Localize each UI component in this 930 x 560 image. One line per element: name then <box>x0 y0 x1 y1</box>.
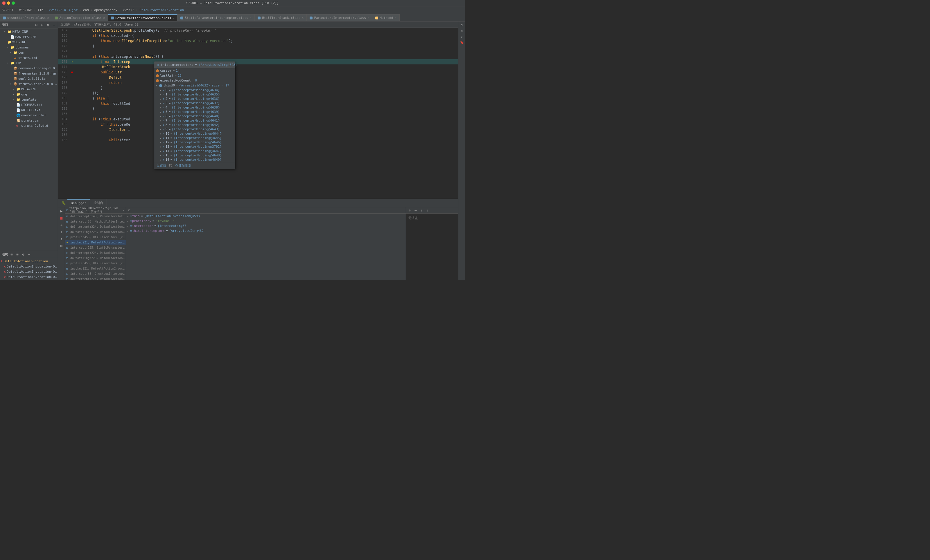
tab-close[interactable]: × <box>302 16 303 20</box>
popup-item-expectedmodcount[interactable]: expectedModCount = 0 <box>154 78 235 83</box>
popup-subitem-3[interactable]: ▸ ≡ 3 = {InterceptorMapping@4637} <box>154 101 235 105</box>
breadcrumb-lib[interactable]: lib <box>37 8 43 12</box>
tab-close[interactable]: × <box>367 16 369 20</box>
tree-item[interactable]: ▾ 📁 META-INF <box>0 29 58 34</box>
tree-item[interactable]: 📦 ognl-2.6.11.jar <box>0 76 58 81</box>
tree-item[interactable]: 📄 MANIFEST.MF <box>0 34 58 40</box>
popup-item-cursor[interactable]: cursor = 14 <box>154 68 235 73</box>
tab-utsactionproxy[interactable]: utsActionProxy.class × <box>0 14 52 21</box>
popup-subitem-5[interactable]: ▸ ≡ 5 = {InterceptorMapping@4639} <box>154 110 235 114</box>
popup-item-lastret[interactable]: lastRet = 13 <box>154 73 235 78</box>
popup-subitem-8[interactable]: ▸ ≡ 8 = {InterceptorMapping@4642} <box>154 123 235 127</box>
tree-item[interactable]: 📦 commons-logging-1.0.4.jar <box>0 66 58 71</box>
stack-item-2[interactable]: ⊞ doIntercept:224, DefaultActionInvocati… <box>65 224 126 229</box>
maximize-button[interactable] <box>12 2 15 5</box>
sort-icon[interactable]: ⊟ <box>9 252 14 257</box>
debug-icon[interactable]: 🐛 <box>60 201 68 205</box>
breadcrumb-class[interactable]: DefaultActionInvocation <box>140 8 184 12</box>
right-btn-1[interactable]: ⊟ <box>459 23 464 27</box>
close-button[interactable] <box>2 2 6 5</box>
remove-eval-button[interactable]: − <box>413 208 418 213</box>
var-item-this[interactable]: ▸ ∞ this = {DefaultActionInvocation@4593 <box>126 213 406 218</box>
tree-item[interactable]: ▾ 📁 lib <box>0 60 58 66</box>
var-item-interceptor[interactable]: ▸ ∞ interceptor = {interceptor@37 <box>126 223 406 229</box>
struct-item[interactable]: c DefaultActionInvocation(ObjectFactory,… <box>0 264 58 269</box>
stack-item-1[interactable]: ⊞ intercept:86, MethodFilterInterceptor2 <box>65 219 126 224</box>
stack-item-12[interactable]: ⊞ doIntercept:224, DefaultActionInvocati… <box>65 276 126 280</box>
popup-subitem-13[interactable]: ▸ ≡ 13 = {InterceptorMapping@3792} <box>154 144 235 149</box>
struct-close-icon[interactable]: − <box>27 252 31 257</box>
tree-item[interactable]: 📦 freemarker-2.3.8.jar <box>0 71 58 76</box>
tree-item[interactable]: ▸ 📁 template <box>0 97 58 102</box>
tree-item[interactable]: ▸ 📁 META-INF <box>0 86 58 92</box>
minimize-button[interactable] <box>7 2 10 5</box>
breadcrumb-opensymphony[interactable]: opensymphony <box>94 8 117 12</box>
right-btn-4[interactable]: 🔖 <box>459 40 464 44</box>
create-renderer-button[interactable]: 创建呈现器 <box>176 163 191 168</box>
group-icon[interactable]: ⊞ <box>15 252 20 257</box>
popup-subitem-14[interactable]: ▸ ≡ 14 = {InterceptorMapping@4647} <box>154 149 235 153</box>
stack-item-10[interactable]: ⊞ invoke:221, DefaultActionInvocation (c… <box>65 266 126 271</box>
filter-icon[interactable]: ▾ <box>123 209 125 212</box>
tab-parametersinterceptor[interactable]: ParametersInterceptor.class × <box>307 14 373 21</box>
right-btn-3[interactable]: ⚙ <box>459 34 464 39</box>
tab-staticparameters[interactable]: StaticParametersInterceptor.class × <box>177 14 255 21</box>
tab-defaultactioninvocation[interactable]: DefaultActionInvocation.class × <box>108 14 177 21</box>
tab-close[interactable]: × <box>395 16 396 20</box>
popup-subitem-7[interactable]: ▸ ≡ 7 = {InterceptorMapping@4641} <box>154 118 235 123</box>
popup-subitem-12[interactable]: ▸ ≡ 12 = {InterceptorMapping@4646} <box>154 140 235 144</box>
stack-item-9[interactable]: ⊞ profile:455, UtilTimerStack (com.opens… <box>65 261 126 266</box>
stack-item-5[interactable]: → invoke:221, DefaultActionInvocation (c… <box>65 240 126 245</box>
breadcrumb-webinf[interactable]: WEB-INF <box>18 8 32 12</box>
step-into-button[interactable]: ↓ <box>59 229 64 235</box>
stack-item-0[interactable]: ⊞ doIntercept:143, ParametersInterceptor… <box>65 213 126 219</box>
set-value-button[interactable]: 设置值 <box>157 163 166 168</box>
struct-item[interactable]: C DefaultActionInvocation <box>0 259 58 264</box>
stop-button[interactable]: ■ <box>59 215 64 221</box>
popup-item-this0[interactable]: ▾ this$0 = {ArrayList@4632} size = 17 <box>154 83 235 88</box>
resume-button[interactable]: ▶ <box>59 208 64 213</box>
tab-actioninvocation[interactable]: ActionInvocation.class × <box>52 14 108 21</box>
breadcrumb-jar[interactable]: xwork-2.0.3.jar <box>49 8 77 12</box>
stack-item-6[interactable]: ⊞ intercept:105, StaticParametersInterce… <box>65 245 126 250</box>
collapse-all-button[interactable]: ⊟ <box>34 23 38 27</box>
step-out-button[interactable]: ↑ <box>59 236 64 241</box>
tree-item[interactable]: 📄 NOTICE.txt <box>0 107 58 113</box>
breadcrumb-xwork2[interactable]: xwork2 <box>123 8 134 12</box>
stack-item-4[interactable]: ⊞ profile:455, UtilTimerStack (com.opens… <box>65 235 126 240</box>
tab-debugger[interactable]: Debugger <box>68 199 90 207</box>
evaluate-button[interactable]: ⊞ <box>59 243 64 249</box>
var-item-profilekey[interactable]: ▸ ∞ profileKey = "invoke: " <box>126 218 406 223</box>
tree-item[interactable]: ▾ 📁 WEB-INF <box>0 40 58 44</box>
settings-icon[interactable]: ⚙ <box>46 23 50 27</box>
stack-item-7[interactable]: ⊞ doIntercept:224, DefaultActionInvocati… <box>65 250 126 255</box>
popup-subitem-6[interactable]: ▸ ≡ 6 = {InterceptorMapping@4640} <box>154 114 235 118</box>
popup-subitem-1[interactable]: ▸ ≡ 1 = {InterceptorMapping@4635} <box>154 92 235 97</box>
stack-item-8[interactable]: ⊞ doProfiling:223, DefaultActionInvocati… <box>65 255 126 261</box>
popup-subitem-9[interactable]: ▸ ≡ 9 = {InterceptorMapping@4643} <box>154 127 235 132</box>
popup-subitem-10[interactable]: ▸ ≡ 10 = {InterceptorMapping@4644} <box>154 132 235 136</box>
code-view[interactable]: 167 UtilTimerStack.push(profileKey); // … <box>58 28 458 199</box>
struct-item[interactable]: c DefaultActionInvocation(ObjectFactory,… <box>0 269 58 274</box>
popup-subitem-0[interactable]: ▸ ≡ 0 = {InterceptorMapping@4634} <box>154 88 235 92</box>
popup-subitem-2[interactable]: ▸ ≡ 2 = {InterceptorMapping@4636} <box>154 97 235 101</box>
add-eval-button[interactable]: + <box>407 208 413 213</box>
close-panel-icon[interactable]: − <box>51 23 56 27</box>
tab-close[interactable]: × <box>47 16 49 20</box>
tab-method[interactable]: Methodd × <box>373 14 399 21</box>
popup-subitem-15[interactable]: ▸ ≡ 15 = {InterceptorMapping@4648} <box>154 153 235 158</box>
tree-item[interactable]: ▾ 📦 struts2-core-2.0.8.jar <box>0 81 58 86</box>
tree-item[interactable]: 🌐 overview.html <box>0 113 58 118</box>
tree-item[interactable]: ▸ 📁 com <box>0 50 58 55</box>
tab-console[interactable]: 控制台 <box>90 199 107 207</box>
tab-utiltimer[interactable]: UtilTimerStack.class × <box>255 14 307 21</box>
breadcrumb-com[interactable]: com <box>83 8 89 12</box>
eval-up-button[interactable]: ↑ <box>419 208 424 213</box>
tree-item[interactable]: 🗂 struts.xml <box>0 55 58 60</box>
popup-subitem-11[interactable]: ▸ ≡ 11 = {InterceptorMapping@4645} <box>154 136 235 140</box>
var-item-interceptors[interactable]: ▸ ∞ this.interceptors = {ArrayList$Itr@4… <box>126 229 406 233</box>
breadcrumb-project[interactable]: S2-001 <box>2 8 13 12</box>
right-btn-2[interactable]: ⊞ <box>459 28 464 33</box>
step-over-button[interactable]: ↷ <box>59 222 64 227</box>
tree-item[interactable]: 📄 LICENSE.txt <box>0 102 58 107</box>
